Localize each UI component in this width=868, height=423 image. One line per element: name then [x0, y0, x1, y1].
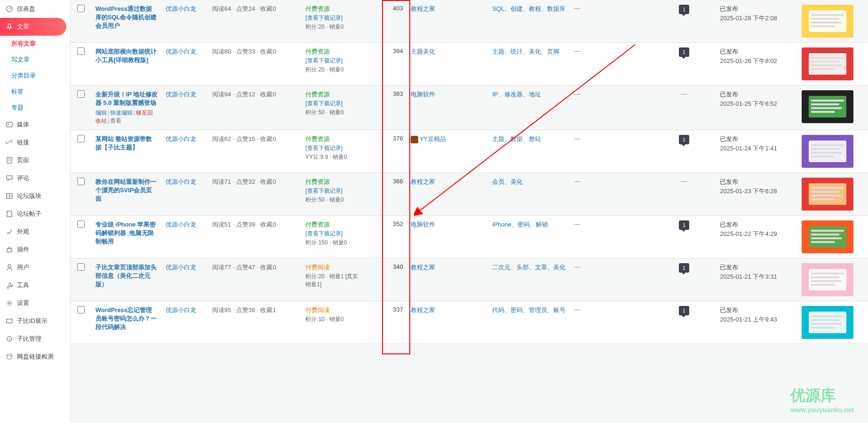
download-log-link[interactable]: [查看下载记录] [305, 230, 342, 237]
sidebar-item-user[interactable]: 用户 [0, 258, 70, 276]
svg-rect-31 [809, 96, 846, 118]
row-checkbox[interactable] [77, 263, 85, 271]
comment-count[interactable]: 1 [679, 263, 689, 273]
category-link[interactable]: YY豆精品 [420, 135, 446, 142]
author-link[interactable]: 优源小白龙 [166, 91, 196, 98]
svg-rect-49 [809, 226, 846, 248]
category-link[interactable]: 教程之家 [411, 306, 435, 313]
resource-type: 付费阅读 [305, 306, 362, 314]
sidebar-subitem[interactable]: 写文章 [6, 52, 70, 68]
sidebar-item-post[interactable]: 论坛帖子 [0, 205, 70, 223]
post-thumbnail[interactable] [802, 5, 853, 38]
download-log-link[interactable]: [查看下载记录] [305, 188, 342, 194]
sidebar-item-link[interactable]: 链接 [0, 133, 70, 151]
sidebar-item-plugin[interactable]: 插件 [0, 241, 70, 258]
sidebar-item-appearance[interactable]: 外观 [0, 223, 70, 241]
sidebar-item-comment[interactable]: 评论 [0, 169, 70, 187]
author-link[interactable]: 优源小白龙 [166, 264, 196, 271]
tags-link[interactable]: IP、修改器、地址 [492, 91, 541, 98]
download-log-link[interactable]: [查看下载记录] [305, 57, 342, 64]
view-link[interactable]: 查看 [110, 118, 121, 124]
quick-edit-link[interactable]: 快速编辑 [110, 110, 133, 116]
post-title[interactable]: 网站底部横向数据统计小工具[详细教程版] [96, 48, 157, 63]
comment-count[interactable]: 1 [679, 47, 689, 57]
category-link[interactable]: 教程之家 [411, 178, 435, 185]
comment-count[interactable]: 1 [679, 5, 689, 14]
netdisk-icon [6, 353, 13, 360]
post-title[interactable]: 某网站 整站资源带数据【子比主题】 [96, 135, 152, 151]
publish-status: 已发布 [720, 220, 794, 229]
sidebar-label: 评论 [17, 174, 29, 182]
download-log-link[interactable]: [查看下载记录] [305, 145, 342, 151]
tags-link[interactable]: 代码、密码、管理员、账号 [492, 306, 565, 313]
category-link[interactable]: 教程之家 [411, 264, 435, 271]
download-log-link[interactable]: [查看下载记录] [305, 15, 342, 21]
row-checkbox[interactable] [77, 47, 85, 55]
post-thumbnail[interactable] [802, 135, 853, 168]
post-title[interactable]: 子比文章页顶部添加头部信息（美化二次元版） [96, 264, 157, 288]
sidebar-item-media[interactable]: 媒体 [0, 116, 70, 133]
edit-link[interactable]: 编辑 [96, 110, 107, 116]
comment-count[interactable]: 1 [679, 220, 689, 230]
download-log-link[interactable]: [查看下载记录] [305, 100, 342, 107]
svg-point-13 [8, 302, 10, 304]
sidebar-label: 链接 [17, 138, 29, 147]
post-thumbnail[interactable] [802, 47, 853, 80]
row-checkbox[interactable] [77, 306, 85, 313]
sidebar-item-settings[interactable]: 设置 [0, 294, 70, 312]
author-link[interactable]: 优源小白龙 [166, 306, 196, 313]
category-link[interactable]: 教程之家 [411, 5, 435, 12]
row-checkbox[interactable] [77, 178, 85, 185]
author-link[interactable]: 优源小白龙 [166, 135, 196, 142]
row-checkbox[interactable] [77, 135, 85, 142]
sidebar-item-zibll2[interactable]: 子比管理 [0, 330, 70, 348]
post-thumbnail[interactable] [802, 306, 853, 339]
sidebar-item-forum[interactable]: 论坛版块 [0, 187, 70, 205]
comment-count[interactable]: 1 [679, 135, 689, 144]
views-count: 366 [366, 173, 407, 216]
sidebar-item-dashboard[interactable]: 仪表盘 [0, 0, 70, 18]
sidebar-item-tool[interactable]: 工具 [0, 276, 70, 294]
row-checkbox[interactable] [77, 5, 85, 12]
views-count: 376 [366, 130, 407, 173]
row-checkbox[interactable] [77, 90, 85, 98]
post-thumbnail[interactable] [802, 263, 853, 296]
post-title[interactable]: 全新升级！IP 地址修改器 5.0 重制版震撼登场 [96, 91, 158, 106]
post-thumbnail[interactable] [802, 178, 853, 211]
author-link[interactable]: 优源小白龙 [166, 48, 196, 55]
tags-link[interactable]: SQL、创建、教程、数据库 [492, 5, 565, 12]
tags-link[interactable]: 二次元、头部、文章、美化 [492, 264, 565, 271]
sidebar-item-pin[interactable]: 文章 [0, 18, 66, 36]
svg-rect-51 [811, 234, 839, 235]
author-link[interactable]: 优源小白龙 [166, 178, 196, 185]
comment-count[interactable]: 1 [679, 306, 689, 315]
svg-rect-35 [811, 111, 835, 113]
post-title[interactable]: WordPress忘记管理员账号密码怎么办？一段代码解决 [96, 306, 157, 330]
sidebar-subitem[interactable]: 分类目录 [6, 68, 70, 84]
svg-rect-41 [811, 156, 835, 157]
sidebar-subitem[interactable]: 所有文章 [6, 36, 70, 52]
sidebar-item-zibll[interactable]: 子比ID展示 [0, 312, 70, 330]
table-row: 某网站 整站资源带数据【子比主题】优源小白龙阅读62 · 点赞15 · 收藏0付… [71, 130, 868, 173]
post-title[interactable]: 专业级 iPhone 苹果密码解锁利器_电脑无限制畅用 [96, 221, 156, 245]
sidebar-subitem[interactable]: 标签 [6, 84, 70, 100]
post-title[interactable]: 教你在网站重新制作一个漂亮的SVIP会员页面 [96, 178, 157, 202]
post-thumbnail[interactable] [802, 90, 853, 123]
post-thumbnail[interactable] [802, 220, 853, 253]
tags-link[interactable]: 会员、美化 [492, 178, 523, 185]
resource-type: 付费资源 [305, 47, 362, 56]
post-title[interactable]: WordPress通过数据库的SQL命令随机创建会员用户 [96, 5, 157, 29]
sidebar-subitem[interactable]: 专题 [6, 100, 70, 116]
tags-link[interactable]: 主题、统计、美化、页脚 [492, 48, 559, 55]
row-checkbox[interactable] [77, 220, 85, 228]
category-link[interactable]: 电脑软件 [411, 221, 435, 228]
category-link[interactable]: 主题美化 [411, 48, 435, 55]
sidebar-item-page[interactable]: 页面 [0, 151, 70, 169]
category-link[interactable]: 电脑软件 [411, 91, 435, 98]
tags-link[interactable]: 主题、数据、整站 [492, 135, 541, 142]
svg-point-16 [9, 338, 10, 340]
tags-link[interactable]: iPhone、密码、解锁 [492, 221, 548, 228]
author-link[interactable]: 优源小白龙 [166, 5, 196, 12]
author-link[interactable]: 优源小白龙 [166, 221, 196, 228]
sidebar-item-netdisk[interactable]: 网盘链接检测 [0, 348, 70, 366]
